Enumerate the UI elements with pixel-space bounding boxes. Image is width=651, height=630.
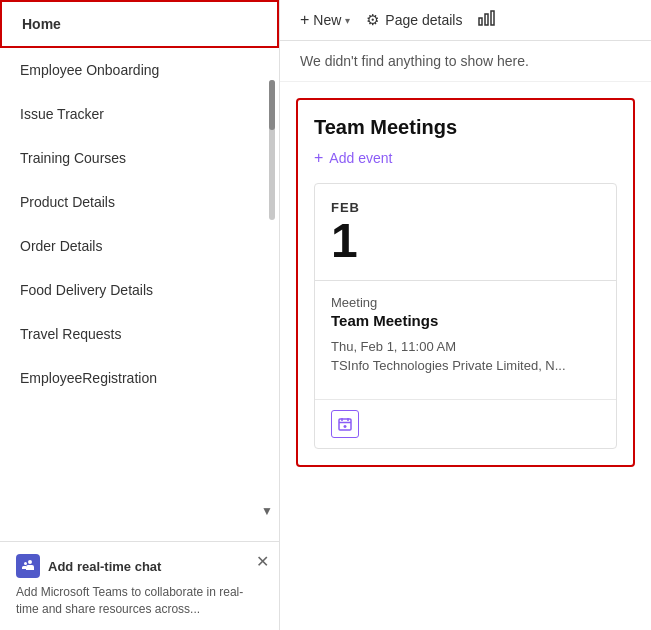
svg-rect-1 [485, 14, 488, 25]
new-button[interactable]: + New ▾ [300, 11, 350, 29]
sidebar-item-product-details[interactable]: Product Details [0, 180, 279, 224]
add-event-label: Add event [329, 150, 392, 166]
sidebar-item-employee-registration[interactable]: EmployeeRegistration [0, 356, 279, 400]
new-label: New [313, 12, 341, 28]
event-card: FEB 1 Meeting Team Meetings Thu, Feb 1, … [314, 183, 617, 449]
toolbar: + New ▾ ⚙ Page details [280, 0, 651, 41]
chat-panel-description: Add Microsoft Teams to collaborate in re… [16, 584, 263, 618]
event-footer [315, 399, 616, 448]
sidebar-item-training-courses[interactable]: Training Courses [0, 136, 279, 180]
chart-button[interactable] [478, 10, 496, 30]
team-meetings-card: Team Meetings + Add event FEB 1 Meeting … [296, 98, 635, 467]
sidebar-nav: Home Employee Onboarding Issue Tracker T… [0, 0, 279, 541]
sidebar-item-food-delivery-details[interactable]: Food Delivery Details [0, 268, 279, 312]
add-event-button[interactable]: + Add event [314, 149, 617, 167]
page-details-label: Page details [385, 12, 462, 28]
sidebar: Home Employee Onboarding Issue Tracker T… [0, 0, 280, 630]
add-event-plus-icon: + [314, 149, 323, 167]
sidebar-item-label: Issue Tracker [20, 106, 104, 122]
svg-rect-2 [491, 11, 494, 25]
sidebar-item-issue-tracker[interactable]: Issue Tracker [0, 92, 279, 136]
event-details-section: Meeting Team Meetings Thu, Feb 1, 11:00 … [315, 281, 616, 399]
teams-icon [16, 554, 40, 578]
close-icon[interactable]: ✕ [256, 552, 269, 571]
sidebar-item-label: Travel Requests [20, 326, 121, 342]
page-details-button[interactable]: ⚙ Page details [366, 11, 462, 29]
gear-icon: ⚙ [366, 11, 379, 29]
sidebar-item-label: Food Delivery Details [20, 282, 153, 298]
sidebar-item-label: Employee Onboarding [20, 62, 159, 78]
sidebar-item-label: Product Details [20, 194, 115, 210]
calendar-add-icon[interactable] [331, 410, 359, 438]
main-content: + New ▾ ⚙ Page details We didn't find an… [280, 0, 651, 630]
event-location: TSInfo Technologies Private Limited, N..… [331, 358, 600, 373]
event-day: 1 [331, 215, 600, 268]
empty-state: We didn't find anything to show here. [280, 41, 651, 82]
sidebar-item-label: Home [22, 16, 61, 32]
empty-message: We didn't find anything to show here. [300, 53, 529, 69]
chevron-down-icon: ▾ [345, 15, 350, 26]
plus-icon: + [300, 11, 309, 29]
sidebar-item-label: EmployeeRegistration [20, 370, 157, 386]
sidebar-item-order-details[interactable]: Order Details [0, 224, 279, 268]
event-date-section: FEB 1 [315, 184, 616, 281]
event-month: FEB [331, 200, 600, 215]
chat-panel-title: Add real-time chat [48, 559, 161, 574]
event-type: Meeting [331, 295, 600, 310]
sidebar-item-label: Training Courses [20, 150, 126, 166]
scroll-thumb[interactable] [269, 80, 275, 130]
sidebar-item-label: Order Details [20, 238, 102, 254]
sidebar-item-travel-requests[interactable]: Travel Requests [0, 312, 279, 356]
scroll-down-arrow[interactable]: ▼ [261, 504, 273, 518]
chat-panel: ✕ Add real-time chat Add Microsoft Teams… [0, 541, 279, 630]
sidebar-item-home[interactable]: Home [0, 0, 279, 48]
svg-rect-0 [479, 18, 482, 25]
chat-panel-header: Add real-time chat [16, 554, 263, 578]
svg-rect-3 [339, 419, 351, 430]
content-area: Team Meetings + Add event FEB 1 Meeting … [280, 82, 651, 630]
sidebar-item-employee-onboarding[interactable]: Employee Onboarding [0, 48, 279, 92]
event-name: Team Meetings [331, 312, 600, 329]
team-meetings-title: Team Meetings [314, 116, 617, 139]
event-time: Thu, Feb 1, 11:00 AM [331, 339, 600, 354]
